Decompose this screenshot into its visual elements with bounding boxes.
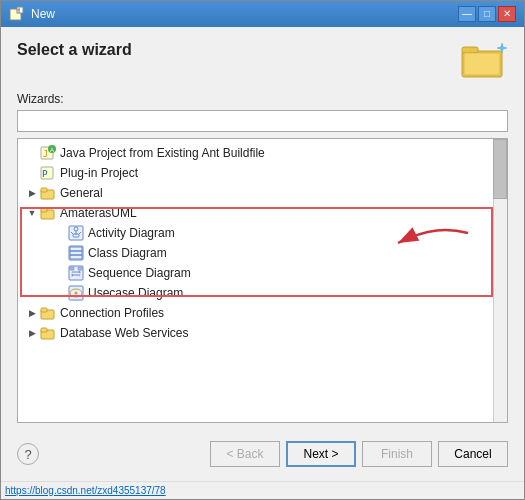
- tree-item-amaterasUML[interactable]: ▼ AmaterasUML: [18, 203, 493, 223]
- connection-profiles-folder-icon: [40, 305, 56, 321]
- wizard-folder-icon: [460, 41, 508, 84]
- general-expand-arrow: ▶: [26, 187, 38, 199]
- tree-item-plugin-project[interactable]: P Plug-in Project: [18, 163, 493, 183]
- amaterasUML-expand-arrow: ▼: [26, 207, 38, 219]
- new-wizard-window: New — □ ✕ Select a wizard: [0, 0, 525, 500]
- svg-point-39: [75, 292, 78, 295]
- usecase-diagram-icon: [68, 285, 84, 301]
- svg-rect-29: [70, 267, 74, 270]
- back-button[interactable]: < Back: [210, 441, 280, 467]
- java-icon: J A: [40, 145, 56, 161]
- minimize-button[interactable]: —: [458, 6, 476, 22]
- db-expand-arrow: ▶: [26, 327, 38, 339]
- database-web-services-folder-icon: [40, 325, 56, 341]
- java-project-label: Java Project from Existing Ant Buildfile: [60, 146, 265, 160]
- wizards-label: Wizards:: [17, 92, 508, 106]
- sequence-diagram-label: Sequence Diagram: [88, 266, 191, 280]
- no-arrow3: [54, 227, 66, 239]
- no-arrow6: [54, 287, 66, 299]
- next-button[interactable]: Next >: [286, 441, 356, 467]
- svg-text:A: A: [50, 147, 54, 153]
- tree-item-general[interactable]: ▶ General: [18, 183, 493, 203]
- no-arrow2: [26, 167, 38, 179]
- tree-container[interactable]: J A Java Project from Existing Ant Build…: [17, 138, 508, 423]
- svg-rect-24: [69, 246, 83, 260]
- header-row: Select a wizard: [17, 41, 508, 84]
- svg-rect-30: [78, 267, 82, 270]
- main-content: Select a wizard Wizards:: [1, 27, 524, 481]
- tree-item-database-web-services[interactable]: ▶ Database Web Services: [18, 323, 493, 343]
- tree-list: J A Java Project from Existing Ant Build…: [18, 139, 507, 347]
- page-title-area: Select a wizard: [17, 41, 132, 73]
- activity-diagram-icon: [68, 225, 84, 241]
- window-title: New: [31, 7, 55, 21]
- status-bar: https://blog.csdn.net/zxd4355137/78: [1, 481, 524, 499]
- bottom-bar: ? < Back Next > Finish Cancel: [17, 433, 508, 471]
- title-bar: New — □ ✕: [1, 1, 524, 27]
- svg-rect-17: [41, 208, 47, 212]
- no-arrow: [26, 147, 38, 159]
- activity-diagram-label: Activity Diagram: [88, 226, 175, 240]
- connection-profiles-label: Connection Profiles: [60, 306, 164, 320]
- page-title: Select a wizard: [17, 41, 132, 59]
- plugin-project-label: Plug-in Project: [60, 166, 138, 180]
- tree-item-java-project[interactable]: J A Java Project from Existing Ant Build…: [18, 143, 493, 163]
- svg-rect-41: [41, 308, 47, 312]
- svg-text:P: P: [42, 169, 48, 179]
- no-arrow5: [54, 267, 66, 279]
- svg-rect-15: [41, 188, 47, 192]
- tree-item-sequence-diagram[interactable]: Sequence Diagram: [18, 263, 493, 283]
- folder-large-icon: [460, 41, 508, 81]
- general-label: General: [60, 186, 103, 200]
- amaterasUML-label: AmaterasUML: [60, 206, 137, 220]
- tree-wrapper: J A Java Project from Existing Ant Build…: [17, 138, 508, 433]
- plugin-icon: P: [40, 165, 56, 181]
- svg-rect-5: [462, 47, 478, 53]
- amaterasUML-folder-icon: [40, 205, 56, 221]
- bottom-right: < Back Next > Finish Cancel: [210, 441, 508, 467]
- class-diagram-icon: [68, 245, 84, 261]
- search-input[interactable]: [17, 110, 508, 132]
- window-icon: [9, 6, 25, 22]
- close-button[interactable]: ✕: [498, 6, 516, 22]
- help-button[interactable]: ?: [17, 443, 39, 465]
- svg-rect-43: [41, 328, 47, 332]
- database-web-services-label: Database Web Services: [60, 326, 189, 340]
- status-url: https://blog.csdn.net/zxd4355137/78: [5, 485, 166, 496]
- tree-item-connection-profiles[interactable]: ▶ Connection Profiles: [18, 303, 493, 323]
- scrollbar-thumb[interactable]: [493, 139, 507, 199]
- usecase-diagram-label: Usecase Diagram: [88, 286, 183, 300]
- no-arrow4: [54, 247, 66, 259]
- conn-expand-arrow: ▶: [26, 307, 38, 319]
- finish-button[interactable]: Finish: [362, 441, 432, 467]
- svg-text:J: J: [43, 150, 48, 159]
- title-buttons: — □ ✕: [458, 6, 516, 22]
- class-diagram-label: Class Diagram: [88, 246, 167, 260]
- general-folder-icon: [40, 185, 56, 201]
- tree-item-usecase-diagram[interactable]: Usecase Diagram: [18, 283, 493, 303]
- tree-item-class-diagram[interactable]: Class Diagram: [18, 243, 493, 263]
- scrollbar-track[interactable]: [493, 139, 507, 422]
- cancel-button[interactable]: Cancel: [438, 441, 508, 467]
- title-bar-left: New: [9, 6, 55, 22]
- sequence-diagram-icon: [68, 265, 84, 281]
- maximize-button[interactable]: □: [478, 6, 496, 22]
- bottom-left: ?: [17, 443, 39, 465]
- svg-rect-6: [464, 53, 500, 75]
- tree-item-activity-diagram[interactable]: Activity Diagram: [18, 223, 493, 243]
